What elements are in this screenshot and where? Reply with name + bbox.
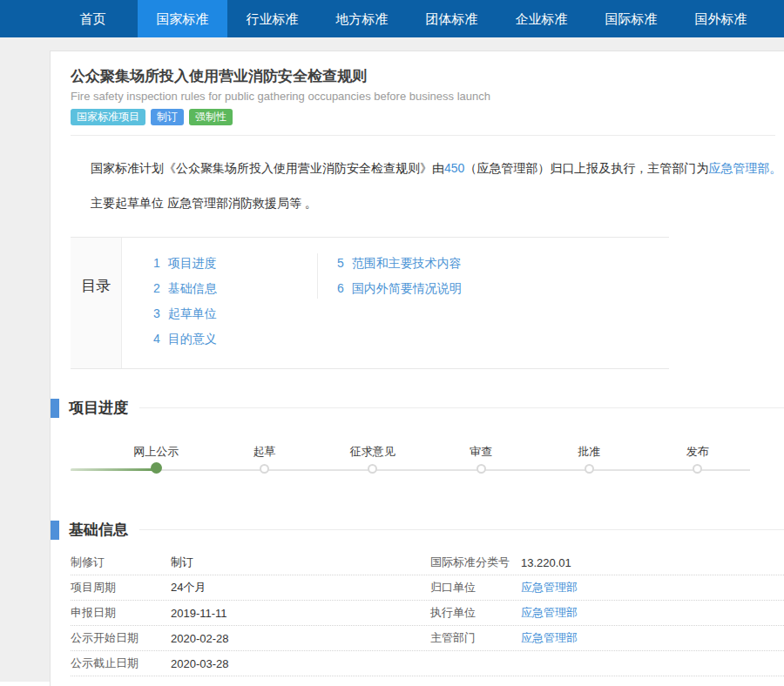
row-label: 国际标准分类号 [430,555,521,570]
step-review: 审查 [427,444,535,474]
progress-dot-active-icon [151,462,162,474]
progress-dot-icon [585,464,594,474]
summary-line-1: 国家标准计划《公众聚集场所投入使用营业消防安全检查规则》由450（应急管理部）归… [91,161,784,176]
toc-item-drafting-units[interactable]: 3起草单位 [153,301,317,326]
section-title-basic-info: 基础信息 [69,520,128,540]
page-subtitle-english: Fire safety inspection rules for public … [71,90,784,104]
row-label: 制修订 [71,555,171,570]
tag-new-formulation: 制订 [151,109,184,125]
step-online-publicity: 网上公示 [102,444,210,474]
toc-column-2: 5范围和主要技术内容 6国内外简要情况说明 [318,251,462,368]
nav-item-industry-standards[interactable]: 行业标准 [227,0,317,37]
section-rule [139,407,784,408]
row-label: 申报日期 [71,605,171,621]
content-card: 公众聚集场所投入使用营业消防安全检查规则 Fire safety inspect… [50,50,784,686]
step-soliciting-opinions: 征求意见 [319,444,427,474]
centralized-unit-link[interactable]: 应急管理部 [521,580,784,595]
summary-text: 国家标准计划《公众聚集场所投入使用营业消防安全检查规则》由 [91,161,444,175]
nav-item-enterprise-standards[interactable]: 企业标准 [497,0,586,37]
top-nav: 首页 国家标准 行业标准 地方标准 团体标准 企业标准 国际标准 国外标准 [0,0,784,37]
toc-item-basic-info[interactable]: 2基础信息 [153,276,317,301]
toc-title: 目录 [71,238,122,368]
nav-item-local-standards[interactable]: 地方标准 [317,0,407,37]
progress-steps: 网上公示 起草 征求意见 审查 批准 [102,444,752,474]
section-header-progress: 项目进度 [51,398,784,418]
nav-item-foreign-standards[interactable]: 国外标准 [676,0,766,37]
executing-unit-link[interactable]: 应急管理部 [521,605,784,621]
step-approval: 批准 [535,444,643,474]
document-header: 公众聚集场所投入使用营业消防安全检查规则 Fire safety inspect… [71,67,784,125]
section-header-basic-info: 基础信息 [51,520,784,540]
table-row: 项目周期 24个月 归口单位 应急管理部 [71,575,784,601]
nav-item-group-standards[interactable]: 团体标准 [407,0,497,37]
toc-item-domestic-foreign-overview[interactable]: 6国内外简要情况说明 [337,276,462,301]
left-gutter [0,37,50,682]
header-divider [71,135,775,136]
row-value: 2019-11-11 [171,607,430,620]
toc-item-purpose[interactable]: 4目的意义 [153,326,317,352]
top-gutter [50,37,784,50]
row-label: 项目周期 [71,580,171,595]
competent-dept-link[interactable]: 应急管理部 [708,161,769,175]
tag-row: 国家标准项目 制订 强制性 [71,109,784,125]
step-drafting: 起草 [210,444,318,474]
table-row: 公示截止日期 2020-03-28 [71,651,784,676]
tag-mandatory: 强制性 [189,109,233,125]
row-label: 主管部门 [430,630,521,646]
section-bar-icon [51,399,59,418]
page-title: 公众聚集场所投入使用营业消防安全检查规则 [71,67,784,86]
row-value: 24个月 [171,580,430,595]
table-row: 申报日期 2019-11-11 执行单位 应急管理部 [71,601,784,626]
summary-text: （应急管理部）归口上报及执行，主管部门为 [464,161,708,175]
progress-dot-icon [368,464,377,474]
summary-block: 国家标准计划《公众聚集场所投入使用营业消防安全检查规则》由450（应急管理部）归… [91,161,784,211]
toc-columns: 1项目进度 2基础信息 3起草单位 4目的意义 5范围和主要技术内容 6国内外简… [122,238,669,368]
toc-column-1: 1项目进度 2基础信息 3起草单位 4目的意义 [122,251,317,368]
toc-box: 目录 1项目进度 2基础信息 3起草单位 4目的意义 5范围和主要技术内容 6国… [71,237,669,369]
summary-line-2: 主要起草单位 应急管理部消防救援局等 。 [91,196,784,211]
nav-item-home[interactable]: 首页 [48,0,138,37]
toc-item-project-progress[interactable]: 1项目进度 [153,251,317,276]
row-value: 2020-03-28 [171,657,430,670]
row-value: 13.220.01 [521,556,784,569]
step-publication: 发布 [644,444,752,474]
summary-suffix: 。 [769,161,781,175]
section-title-progress: 项目进度 [69,398,128,418]
competent-dept-table-link[interactable]: 应急管理部 [521,630,784,646]
table-row: 制修订 制订 国际标准分类号 13.220.01 [71,550,784,575]
toc-item-scope[interactable]: 5范围和主要技术内容 [337,251,462,276]
section-bar-icon [51,521,59,540]
row-label: 归口单位 [430,580,521,595]
progress-dot-icon [476,464,486,474]
row-label: 公示截止日期 [71,656,171,671]
progress-dot-icon [260,464,269,474]
basic-info-table: 制修订 制订 国际标准分类号 13.220.01 项目周期 24个月 归口单位 … [71,550,784,676]
nav-item-national-standards[interactable]: 国家标准 [138,0,227,37]
progress-dot-icon [693,464,702,474]
table-row: 公示开始日期 2020-02-28 主管部门 应急管理部 [71,626,784,651]
dept-code-link[interactable]: 450 [444,161,464,175]
progress-stepper: 网上公示 起草 征求意见 审查 批准 [71,444,752,488]
row-value: 制订 [171,555,430,570]
row-label: 公示开始日期 [71,630,171,646]
tag-national-standard-project: 国家标准项目 [71,109,145,125]
row-value: 2020-02-28 [171,632,430,645]
section-rule [139,529,784,530]
page-body: 公众聚集场所投入使用营业消防安全检查规则 Fire safety inspect… [0,37,784,686]
row-label: 执行单位 [430,605,521,621]
nav-item-international-standards[interactable]: 国际标准 [586,0,676,37]
